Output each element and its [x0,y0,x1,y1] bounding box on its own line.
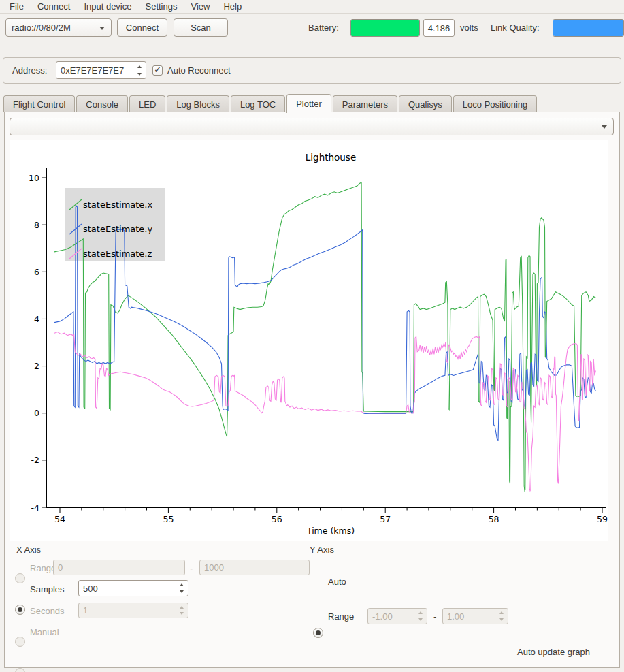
tab-log-blocks[interactable]: Log Blocks [167,95,229,112]
legend-label-stateestimate-z: stateEstimate.z [83,249,152,259]
address-value: 0xE7E7E7E7E7 [61,65,124,76]
interface-combo[interactable]: radio://0/80/2M [5,18,112,37]
y-axis-section-title: Y Axis [310,545,334,555]
y-range-dash: - [433,611,436,622]
y-range-to-spin-buttons [495,609,507,623]
y-range-radio-label: Range [328,611,354,622]
tab-bar: Flight ControlConsoleLEDLog BlocksLog TO… [3,94,538,112]
menu-item-view[interactable]: View [184,1,216,12]
connect-button[interactable]: Connect [117,18,167,37]
x-axis-title: Time (kms) [306,526,355,536]
x-tick-label: 58 [489,514,499,524]
battery-label: Battery: [308,22,339,33]
menu-item-input-device[interactable]: Input device [77,1,138,12]
spin-up-icon [176,604,187,611]
x-seconds-spin-buttons [176,604,187,617]
x-samples-radio[interactable] [15,605,25,615]
y-auto-radio-label: Auto [328,577,346,587]
x-range-radio-label: Range [30,563,56,573]
connect-button-label: Connect [126,22,159,33]
battery-progressbar [350,19,420,37]
x-axis-section-title: X Axis [16,545,41,555]
spin-up-icon[interactable] [176,581,187,588]
legend-label-stateestimate-x: stateEstimate.x [83,199,152,210]
address-spinbox[interactable]: 0xE7E7E7E7E7 [56,61,146,79]
chevron-down-icon [602,125,607,129]
y-range-from-spinbox[interactable]: -1.00 [367,608,427,624]
plot-config-combo[interactable] [10,118,614,135]
x-samples-spin-buttons[interactable] [176,581,187,595]
auto-reconnect-checkbox[interactable] [152,65,163,76]
x-range-from-field[interactable]: 0 [53,560,185,575]
volts-label: volts [460,22,478,33]
x-manual-radio[interactable] [15,668,25,672]
x-seconds-radio[interactable] [15,637,25,647]
y-range-to-value: 1.00 [447,611,464,622]
x-samples-spinbox[interactable]: 500 [78,580,188,596]
x-range-from-value: 0 [58,562,63,573]
y-tick-label: 6 [34,267,39,277]
y-tick-label: -2 [31,455,39,465]
spin-down-icon [495,616,507,623]
y-range-from-value: -1.00 [372,611,393,622]
x-seconds-spinbox[interactable]: 1 [78,603,188,618]
y-auto-radio[interactable] [313,628,323,638]
battery-voltage-value: 4.186 [428,23,450,33]
x-tick-label: 57 [380,514,391,524]
scan-button-label: Scan [191,22,211,33]
spin-down-icon[interactable] [176,588,187,595]
chevron-down-icon [99,27,105,30]
spin-down-icon [176,611,187,618]
x-range-to-field[interactable]: 1000 [199,560,310,575]
battery-fill [351,20,419,36]
spin-down-icon[interactable] [133,70,145,78]
x-samples-value: 500 [83,583,98,594]
battery-voltage-field: 4.186 [423,19,455,37]
y-tick-label: 10 [29,173,39,183]
y-tick-label: 4 [34,314,39,324]
x-range-dash: - [190,563,193,573]
auto-update-graph-label: Auto update graph [517,647,590,657]
tab-plotter[interactable]: Plotter [286,94,331,113]
scan-button[interactable]: Scan [174,18,228,37]
address-label: Address: [12,65,47,76]
y-tick-label: -4 [31,502,40,513]
tab-qualisys[interactable]: Qualisys [399,95,452,112]
x-samples-radio-label: Samples [30,584,65,594]
x-seconds-value: 1 [83,605,88,615]
x-range-radio[interactable] [15,573,25,583]
x-manual-radio-label: Manual [30,627,59,637]
series-line-stateestimate-z [54,332,595,491]
tab-loco-positioning[interactable]: Loco Positioning [453,95,537,112]
tab-parameters[interactable]: Parameters [333,95,397,112]
tab-led[interactable]: LED [129,95,165,112]
menu-bar: FileConnectInput deviceSettingsViewHelp [0,0,624,14]
address-spin-buttons[interactable] [133,63,145,78]
lighthouse-plot: stateEstimate.xstateEstimate.ystateEstim… [10,140,608,541]
spin-up-icon [414,609,426,616]
y-tick-label: 0 [34,408,39,418]
y-range-to-spinbox[interactable]: 1.00 [442,608,508,624]
auto-reconnect-label: Auto Reconnect [167,65,231,76]
x-tick-label: 59 [597,514,608,524]
y-tick-label: 2 [34,361,39,371]
tab-console[interactable]: Console [76,95,128,112]
menu-item-file[interactable]: File [3,1,31,12]
chart-title: Lighthouse [306,152,356,163]
link-quality-progressbar [553,19,624,37]
x-tick-label: 56 [272,514,282,524]
x-seconds-radio-label: Seconds [30,606,65,616]
tab-log-toc[interactable]: Log TOC [231,95,285,112]
y-tick-label: 8 [34,220,39,230]
menu-item-help[interactable]: Help [216,1,248,12]
spin-down-icon [414,616,426,623]
link-quality-fill [553,20,623,36]
cfclient-window: { "menu": {"items": ["File", "Connect", … [0,0,624,672]
spin-up-icon[interactable] [133,63,145,70]
plot-canvas: stateEstimate.xstateEstimate.ystateEstim… [10,140,608,541]
spin-up-icon [495,609,507,616]
menu-item-connect[interactable]: Connect [31,1,77,12]
tab-flight-control[interactable]: Flight Control [3,95,75,112]
menu-item-settings[interactable]: Settings [138,1,184,12]
interface-combo-value: radio://0/80/2M [12,22,71,33]
